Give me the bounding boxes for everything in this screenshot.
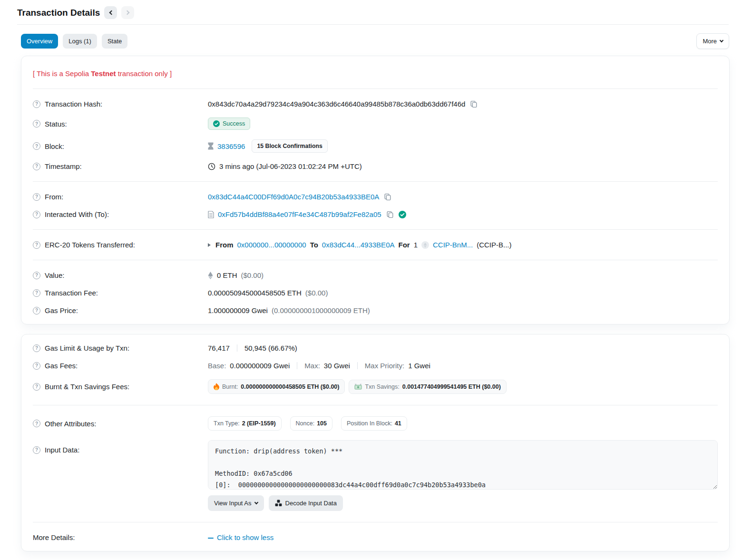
burnt-savings-row: Burnt & Txn Savings Fees: Burnt: 0.00000… (33, 374, 718, 399)
next-transaction-button[interactable] (121, 6, 134, 19)
help-icon (33, 142, 40, 150)
more-details-row: More Details: Click to show less (33, 529, 718, 546)
show-less-label: Click to show less (217, 533, 273, 541)
more-dropdown-button[interactable]: More (696, 33, 729, 49)
help-icon (33, 344, 40, 352)
erc20-for-word: For (398, 241, 410, 249)
divider (33, 522, 718, 522)
copy-icon (470, 100, 478, 108)
testnet-warning-close: transaction only ] (118, 69, 172, 78)
erc20-token-link[interactable]: CCIP-BnM... (433, 241, 473, 249)
copy-from-address-button[interactable] (383, 193, 392, 201)
decode-input-data-label: Decode Input Data (285, 500, 337, 507)
help-icon (33, 446, 40, 454)
max-fee-label: Max: (304, 362, 320, 370)
burnt-value: 0.000000000000458505 ETH ($0.00) (241, 383, 339, 390)
status-badge: Success (208, 118, 250, 130)
txn-type-badge: Txn Type: 2 (EIP-1559) (208, 416, 282, 431)
txn-type-label: Txn Type: (214, 420, 240, 427)
transaction-hash-value: 0x843dc70a4a29d79234c49a904c363d6c46640a… (208, 100, 465, 108)
help-icon (33, 362, 40, 370)
copy-hash-button[interactable] (469, 100, 478, 108)
erc20-from-word: From (215, 241, 234, 249)
help-icon (33, 211, 40, 218)
tab-overview[interactable]: Overview (21, 34, 58, 49)
tab-list: Overview Logs (1) State (21, 34, 127, 49)
tab-logs[interactable]: Logs (1) (63, 34, 97, 49)
gas-limit-value: 76,417 (208, 344, 230, 352)
base-fee-label: Base: (208, 362, 226, 370)
help-icon (33, 193, 40, 201)
from-address-link[interactable]: 0x83dC44a4C00DFf69d0A0c7c94B20b53a4933BE… (208, 193, 379, 201)
tabs-row: Overview Logs (1) State More (0, 25, 742, 56)
help-icon (33, 163, 40, 170)
input-data-textarea[interactable]: Function: drip(address token) *** Method… (208, 440, 718, 490)
transaction-fee-label: Transaction Fee: (45, 289, 98, 297)
help-icon (33, 307, 40, 314)
erc20-amount: 1 (414, 241, 418, 249)
position-in-block-label: Position In Block: (347, 420, 392, 427)
block-row: Block: 3836596 15 Block Confirmations (33, 135, 718, 157)
help-icon (33, 120, 40, 128)
erc20-transfers-label: ERC-20 Tokens Transferred: (45, 241, 135, 249)
max-fee-value: 30 Gwei (324, 362, 350, 370)
divider (33, 260, 718, 260)
tab-state[interactable]: State (102, 34, 127, 49)
minus-icon (208, 538, 214, 539)
chevron-left-icon (109, 10, 114, 15)
input-data-row: Input Data: Function: drip(address token… (33, 435, 718, 516)
erc20-to-address-link[interactable]: 0x83dC44...4933BE0A (322, 241, 395, 249)
value-row: Value: 0 ETH ($0.00) (33, 266, 718, 284)
eth-icon (208, 272, 213, 279)
previous-transaction-button[interactable] (104, 6, 117, 19)
status-label: Status: (45, 120, 67, 128)
txn-savings-tag: Txn Savings: (365, 383, 399, 390)
help-icon (33, 289, 40, 297)
copy-icon (384, 193, 391, 201)
token-icon (421, 241, 429, 249)
help-icon (33, 420, 40, 427)
testnet-warning-open: [ This is a Sepolia (33, 69, 89, 78)
page-header: Transaction Details (0, 0, 742, 24)
money-wings-icon (354, 383, 362, 390)
gas-price-row: Gas Price: 1.000000009 Gwei (0.000000001… (33, 302, 718, 319)
gas-limit-label: Gas Limit & Usage by Txn: (45, 344, 129, 352)
decode-input-data-button[interactable]: Decode Input Data (269, 495, 343, 511)
base-fee-value: 0.000000009 Gwei (230, 362, 290, 370)
transaction-hash-row: Transaction Hash: 0x843dc70a4a29d79234c4… (33, 95, 718, 113)
show-less-link[interactable]: Click to show less (208, 533, 273, 541)
gas-price-label: Gas Price: (45, 306, 78, 314)
divider (33, 88, 718, 89)
erc20-from-address-link[interactable]: 0x000000...00000000 (237, 241, 306, 249)
erc20-to-word: To (310, 241, 318, 249)
timestamp-label: Timestamp: (45, 162, 82, 170)
view-input-as-button[interactable]: View Input As (208, 495, 264, 511)
gas-details-card: Gas Limit & Usage by Txn: 76,417 50,945 … (21, 334, 730, 551)
overview-card: [ This is a Sepolia Testnet transaction … (21, 56, 730, 324)
nonce-badge: Nonce: 105 (290, 416, 332, 431)
hourglass-icon (208, 142, 214, 150)
contract-address-link[interactable]: 0xFd57b4ddBf88a4e07fF4e34C487b99af2Fe82a… (218, 210, 381, 218)
separator (357, 362, 358, 369)
block-number-link[interactable]: 3836596 (217, 142, 245, 150)
copy-contract-address-button[interactable] (385, 211, 395, 218)
chevron-down-icon (254, 500, 258, 504)
interacted-with-row: Interacted With (To): 0xFd57b4ddBf88a4e0… (33, 206, 718, 223)
value-usd: ($0.00) (241, 271, 264, 279)
expand-caret-icon[interactable] (208, 243, 211, 247)
nonce-value: 105 (317, 420, 327, 427)
transaction-hash-label: Transaction Hash: (45, 100, 102, 108)
burnt-tag: Burnt: (222, 383, 238, 390)
help-icon (33, 272, 40, 279)
gas-fees-row: Gas Fees: Base: 0.000000009 Gwei Max: 30… (33, 357, 718, 374)
input-actions: View Input As Decode Input Data (208, 495, 718, 511)
chevron-right-icon (125, 10, 129, 15)
burnt-fee-badge: Burnt: 0.000000000000458505 ETH ($0.00) (208, 379, 345, 394)
help-icon (33, 241, 40, 249)
view-input-as-label: View Input As (214, 500, 252, 507)
gas-price-eth: (0.000000001000000009 ETH) (272, 306, 370, 314)
input-data-label: Input Data: (45, 446, 79, 454)
max-priority-label: Max Priority: (365, 362, 404, 370)
max-priority-value: 1 Gwei (408, 362, 430, 370)
more-details-label: More Details: (33, 533, 75, 541)
